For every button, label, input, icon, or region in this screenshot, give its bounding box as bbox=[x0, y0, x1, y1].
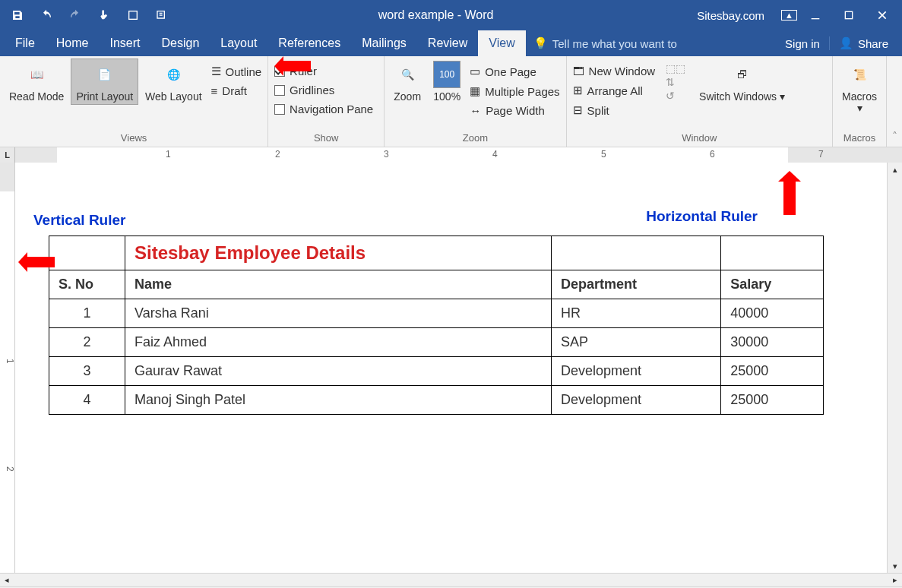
horizontal-scrollbar[interactable]: ◂ ▸ bbox=[0, 573, 902, 586]
web-layout-button[interactable]: 🌐Web Layout bbox=[141, 59, 206, 104]
minimize-icon[interactable] bbox=[800, 4, 831, 27]
macros-button[interactable]: 📜Macros▾ bbox=[837, 59, 881, 116]
checkbox-icon bbox=[274, 104, 285, 115]
table-row: 3Gaurav RawatDevelopment25000 bbox=[49, 357, 824, 386]
window-title: word example - Word bbox=[175, 8, 697, 22]
draft-button[interactable]: ≡Draft bbox=[210, 82, 264, 100]
site-label: Sitesbay.com bbox=[697, 9, 764, 22]
table-row: 2Faiz AhmedSAP30000 bbox=[49, 328, 824, 357]
vertical-ruler[interactable]: 1 2 bbox=[0, 163, 15, 573]
tab-layout[interactable]: Layout bbox=[210, 30, 267, 56]
group-views-label: Views bbox=[5, 131, 263, 147]
close-icon[interactable] bbox=[867, 4, 897, 27]
maximize-icon[interactable] bbox=[834, 4, 864, 27]
table-row: 4Manoj Singh PatelDevelopment25000 bbox=[49, 386, 824, 415]
menu-bar: File Home Insert Design Layout Reference… bbox=[0, 30, 902, 56]
collapse-ribbon-icon[interactable]: ˄ bbox=[887, 56, 902, 147]
switch-windows-button[interactable]: 🗗Switch Windows ▾ bbox=[695, 59, 790, 104]
group-views: 📖Read Mode 📄Print Layout 🌐Web Layout ☰Ou… bbox=[0, 56, 268, 147]
group-show-label: Show bbox=[273, 131, 379, 147]
vertical-scrollbar[interactable]: ▴ ▾ bbox=[887, 163, 902, 573]
vertical-ruler-annotation: Vertical Ruler bbox=[33, 212, 125, 229]
read-mode-button[interactable]: 📖Read Mode bbox=[5, 59, 68, 104]
arrow-annotation-icon bbox=[783, 182, 796, 215]
title-bar: word example - Word Sitesbay.com ▲ bbox=[0, 0, 902, 30]
tab-review[interactable]: Review bbox=[417, 30, 478, 56]
save-icon[interactable] bbox=[5, 4, 30, 27]
reset-pos-icon: ↺ bbox=[666, 90, 685, 102]
document-page[interactable]: Vertical Ruler Horizontal Ruler Sitesbay… bbox=[15, 163, 887, 573]
tab-view[interactable]: View bbox=[478, 30, 525, 56]
print-layout-button[interactable]: 📄Print Layout bbox=[71, 59, 138, 104]
sync-scroll-icon: ⇅ bbox=[666, 76, 685, 88]
table-row: 1Varsha RaniHR40000 bbox=[49, 299, 824, 328]
tab-selector-icon[interactable]: L bbox=[0, 147, 15, 163]
checkbox-icon bbox=[274, 85, 285, 96]
group-window: 🗔New Window ⊞Arrange All ⊟Split ⬚⬚ ⇅ ↺ 🗗… bbox=[567, 56, 834, 147]
svg-rect-2 bbox=[845, 11, 852, 18]
share-button[interactable]: 👤Share bbox=[829, 36, 897, 50]
arrow-annotation-icon bbox=[27, 257, 55, 267]
arrow-annotation-icon bbox=[283, 61, 311, 71]
outline-button[interactable]: ☰Outline bbox=[210, 62, 264, 81]
split-button[interactable]: ⊟Split bbox=[571, 101, 657, 119]
one-page-button[interactable]: ▭One Page bbox=[468, 62, 561, 81]
new-window-button[interactable]: 🗔New Window bbox=[571, 62, 657, 80]
tab-references[interactable]: References bbox=[267, 30, 351, 56]
tab-home[interactable]: Home bbox=[46, 30, 100, 56]
svg-rect-0 bbox=[129, 11, 138, 20]
tab-insert[interactable]: Insert bbox=[99, 30, 150, 56]
qat-icon-2[interactable] bbox=[149, 4, 175, 27]
tell-me[interactable]: 💡Tell me what you want to bbox=[526, 36, 776, 50]
table-row: Sitesbay Employee Details bbox=[49, 236, 824, 270]
group-zoom: 🔍Zoom 100100% ▭One Page ▦Multiple Pages … bbox=[385, 56, 566, 147]
workspace: 1 2 Vertical Ruler Horizontal Ruler Site… bbox=[0, 163, 902, 573]
employee-table: Sitesbay Employee Details S. No Name Dep… bbox=[49, 236, 824, 415]
table-header-row: S. No Name Department Salary bbox=[49, 270, 824, 299]
group-zoom-label: Zoom bbox=[389, 131, 561, 147]
multi-page-button[interactable]: ▦Multiple Pages bbox=[468, 82, 561, 100]
touch-icon[interactable] bbox=[91, 4, 117, 27]
gridlines-checkbox[interactable]: Gridlines bbox=[273, 81, 375, 99]
undo-icon[interactable] bbox=[33, 4, 59, 27]
ribbon: 📖Read Mode 📄Print Layout 🌐Web Layout ☰Ou… bbox=[0, 56, 902, 147]
horizontal-ruler-annotation: Horizontal Ruler bbox=[646, 208, 758, 225]
tab-file[interactable]: File bbox=[5, 30, 46, 56]
horizontal-ruler[interactable]: L 1 2 3 4 5 6 7 bbox=[0, 147, 902, 163]
scroll-up-icon[interactable]: ▴ bbox=[888, 163, 902, 176]
group-window-label: Window bbox=[571, 131, 828, 147]
group-macros-label: Macros bbox=[837, 131, 881, 147]
ribbonopts-icon[interactable]: ▲ bbox=[781, 10, 797, 21]
scroll-down-icon[interactable]: ▾ bbox=[888, 559, 902, 573]
table-title: Sitesbay Employee Details bbox=[125, 236, 552, 270]
redo-icon[interactable] bbox=[62, 4, 88, 27]
zoom-100-button[interactable]: 100100% bbox=[429, 59, 465, 104]
view-side-icon: ⬚⬚ bbox=[666, 62, 685, 74]
sign-in[interactable]: Sign in bbox=[776, 37, 829, 50]
scroll-right-icon[interactable]: ▸ bbox=[888, 575, 902, 585]
navpane-checkbox[interactable]: Navigation Pane bbox=[273, 100, 375, 118]
group-macros: 📜Macros▾ Macros bbox=[833, 56, 887, 147]
tab-design[interactable]: Design bbox=[150, 30, 210, 56]
arrange-all-button[interactable]: ⊞Arrange All bbox=[571, 81, 657, 100]
svg-rect-1 bbox=[812, 18, 820, 19]
page-width-button[interactable]: ↔Page Width bbox=[468, 102, 561, 119]
qat-icon[interactable] bbox=[120, 4, 146, 27]
zoom-button[interactable]: 🔍Zoom bbox=[389, 59, 426, 104]
scroll-left-icon[interactable]: ◂ bbox=[0, 575, 14, 585]
tab-mailings[interactable]: Mailings bbox=[351, 30, 417, 56]
